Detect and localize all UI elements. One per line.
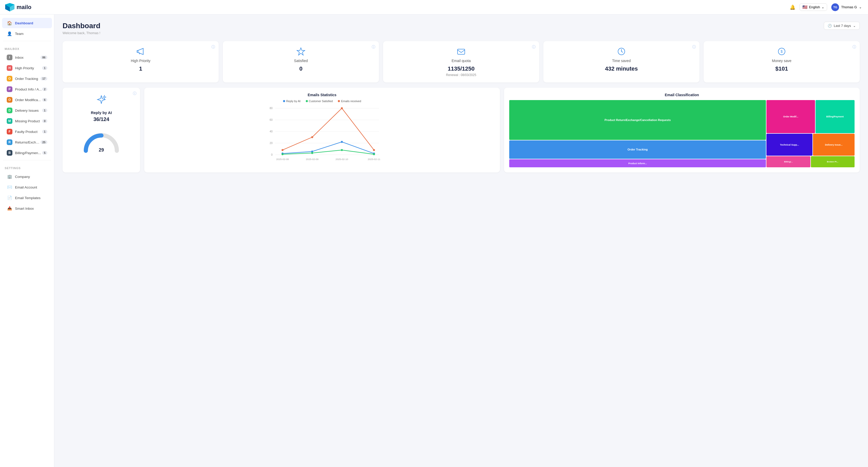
sidebar-item-label: Order Modifica... xyxy=(15,98,42,102)
info-icon-ai[interactable]: ⓘ xyxy=(133,91,136,96)
email-quota-value: 1135/1250 xyxy=(388,65,534,72)
svg-text:2025-02-08: 2025-02-08 xyxy=(276,158,289,160)
topbar-right: 🔔 🇺🇸 English ⌄ TG Thomas G ⌄ xyxy=(790,3,862,11)
user-name: Thomas G xyxy=(841,5,857,9)
user-menu[interactable]: TG Thomas G ⌄ xyxy=(831,3,862,11)
satisfied-label: Satisfied xyxy=(228,59,374,63)
sidebar-item-delivery-issues[interactable]: D Delivery Issues 1 xyxy=(2,105,52,116)
svg-text:2025-02-09: 2025-02-09 xyxy=(306,158,318,160)
delivery-badge: 1 xyxy=(42,109,47,112)
sidebar-item-billing[interactable]: B Billing/Paymen... 5 xyxy=(2,148,52,158)
sidebar-item-order-modification[interactable]: O Order Modifica... 6 xyxy=(2,95,52,105)
sidebar-item-label: Product Info / A... xyxy=(15,87,42,91)
sidebar-item-dashboard[interactable]: 🏠 Dashboard xyxy=(2,18,52,28)
divider xyxy=(3,41,51,41)
sidebar-item-faulty-product[interactable]: F Faulty Product 1 xyxy=(2,126,52,137)
sidebar-item-inbox[interactable]: I Inbox 86 xyxy=(2,52,52,63)
emails-received-dot xyxy=(338,100,340,102)
sidebar-item-label: Email Templates xyxy=(15,196,47,200)
svg-point-29 xyxy=(341,141,343,143)
sidebar-item-high-priority[interactable]: H High Priority 1 xyxy=(2,63,52,73)
reply-ai-dot xyxy=(283,100,285,102)
ai-reply-value: 36/124 xyxy=(93,116,109,122)
megaphone-icon xyxy=(68,47,214,56)
svg-text:$: $ xyxy=(781,49,783,54)
legend-customer-satisfied: Customer Satisfied xyxy=(306,99,333,103)
stat-card-email-quota: ⓘ Email quota 1135/1250 Renewal : 08/03/… xyxy=(383,41,539,83)
dashboard-header: Dashboard Welcome back, Thomas ! 🕐 Last … xyxy=(63,22,860,35)
sidebar-item-order-tracking[interactable]: O Order Tracking 17 xyxy=(2,74,52,84)
treemap-item-tech-support: Technical Supp... xyxy=(767,134,812,156)
info-icon-money[interactable]: ⓘ xyxy=(852,45,856,49)
home-icon: 🏠 xyxy=(7,20,12,26)
treemap-item-billing2: Billing/... xyxy=(767,156,810,167)
treemap-item-product-info: Product Inform... xyxy=(509,159,766,167)
missing-letter-icon: M xyxy=(7,118,12,124)
sidebar-item-returns[interactable]: R Returns/Excha... 25 xyxy=(2,137,52,147)
main-content: Dashboard Welcome back, Thomas ! 🕐 Last … xyxy=(54,14,868,467)
date-filter-dropdown[interactable]: 🕐 Last 7 days ⌄ xyxy=(824,22,860,30)
sidebar-item-label: Email Account xyxy=(15,185,47,189)
chart-legend: Reply by AI Customer Satisfied Emails re… xyxy=(149,99,495,103)
money-icon: $ xyxy=(709,47,855,56)
sidebar-item-missing-product[interactable]: M Missing Product 0 xyxy=(2,116,52,126)
flag-icon: 🇺🇸 xyxy=(802,5,807,9)
page-subtitle: Welcome back, Thomas ! xyxy=(63,31,100,35)
svg-point-33 xyxy=(341,149,343,151)
delivery-letter-icon: D xyxy=(7,108,12,113)
time-saved-value: 432 minutes xyxy=(549,65,694,72)
sidebar: 🏠 Dashboard 👤 Team Mailbox I Inbox 86 H … xyxy=(0,14,54,467)
team-icon: 👤 xyxy=(7,31,12,36)
svg-point-24 xyxy=(311,136,313,138)
gauge-chart: 29 xyxy=(81,130,122,153)
svg-point-25 xyxy=(341,107,343,109)
order-mod-letter-icon: O xyxy=(7,97,12,103)
info-icon-time[interactable]: ⓘ xyxy=(692,45,696,49)
missing-badge: 0 xyxy=(42,119,47,123)
svg-text:80: 80 xyxy=(270,107,273,110)
dashboard-heading: Dashboard Welcome back, Thomas ! xyxy=(63,22,100,35)
product-info-badge: 2 xyxy=(42,87,47,91)
ai-reply-card: ⓘ Reply by AI 36/124 29 xyxy=(63,88,140,173)
sidebar-item-email-account[interactable]: ✉️ Email Account xyxy=(2,182,52,193)
sidebar-item-label: Faulty Product xyxy=(15,130,42,134)
treemap-label: Delivery Issue... xyxy=(825,144,843,146)
sidebar-item-product-info[interactable]: P Product Info / A... 2 xyxy=(2,84,52,94)
stat-card-satisfied: ⓘ Satisfied 0 xyxy=(223,41,379,83)
satisfied-dot xyxy=(306,100,308,102)
sparkles-icon xyxy=(95,93,107,108)
language-selector[interactable]: 🇺🇸 English ⌄ xyxy=(800,3,828,11)
smart-inbox-icon: 📥 xyxy=(7,206,12,211)
email-quota-sub: Renewal : 08/03/2025 xyxy=(388,73,534,77)
notification-bell-icon[interactable]: 🔔 xyxy=(790,4,795,10)
info-icon-quota[interactable]: ⓘ xyxy=(532,45,535,49)
high-priority-letter-icon: H xyxy=(7,65,12,71)
email-stats-card: Emails Statistics Reply by AI Customer S… xyxy=(144,88,500,173)
money-save-value: $101 xyxy=(709,65,855,72)
clock-stat-icon xyxy=(549,47,694,56)
treemap-label: Order Tracking xyxy=(628,148,648,151)
treemap-label: Billing/Payment xyxy=(826,115,844,118)
sidebar-item-label: Returns/Excha... xyxy=(15,140,40,144)
info-icon-high-priority[interactable]: ⓘ xyxy=(212,45,215,49)
chart-title: Emails Statistics xyxy=(149,93,495,97)
svg-point-23 xyxy=(281,149,284,151)
sidebar-item-smart-inbox[interactable]: 📥 Smart Inbox xyxy=(2,203,52,213)
email-classification-card: Email Classification Product Return/Exch… xyxy=(504,88,860,173)
page-title: Dashboard xyxy=(63,22,100,30)
sidebar-item-email-templates[interactable]: 📄 Email Templates xyxy=(2,193,52,203)
treemap-title: Email Classification xyxy=(509,93,855,97)
info-icon-satisfied[interactable]: ⓘ xyxy=(372,45,375,49)
high-priority-label: High Priority xyxy=(68,59,214,63)
sidebar-item-team[interactable]: 👤 Team xyxy=(2,28,52,39)
sidebar-item-company[interactable]: 🏢 Company xyxy=(2,171,52,182)
user-chevron-icon: ⌄ xyxy=(859,5,862,9)
star-icon xyxy=(228,47,374,56)
sidebar-item-label: Team xyxy=(15,32,47,36)
billing-letter-icon: B xyxy=(7,150,12,156)
avatar: TG xyxy=(831,3,839,11)
sidebar-item-label: Dashboard xyxy=(15,21,47,25)
sidebar-item-label: Delivery Issues xyxy=(15,109,42,113)
date-filter-label: Last 7 days xyxy=(834,24,851,28)
line-chart-svg: 80 60 40 20 0 2025-02-08 2025-02-09 2025… xyxy=(149,106,495,163)
